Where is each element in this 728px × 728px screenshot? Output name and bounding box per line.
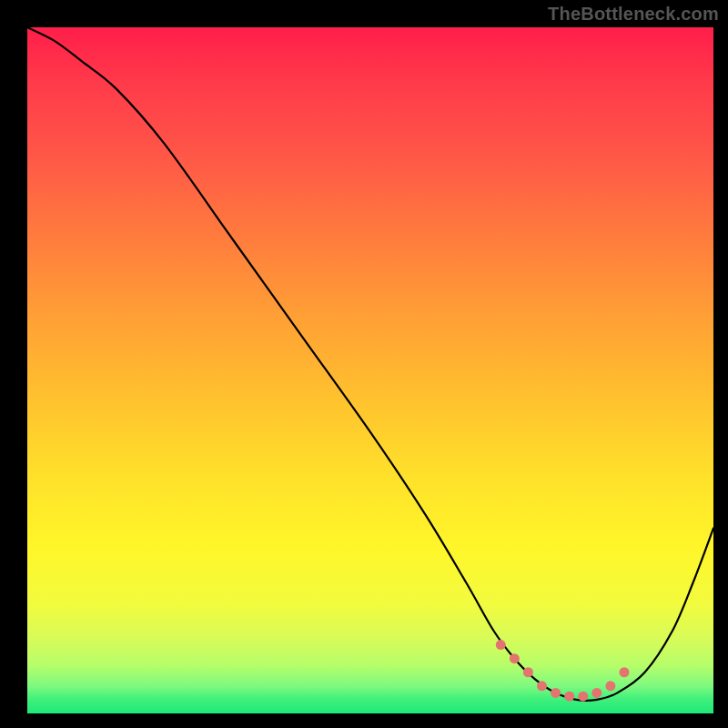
bottleneck-curve-line [27,27,713,701]
chart-plot-area [27,27,713,713]
watermark-text: TheBottleneck.com [548,4,719,25]
chart-bottom-band [27,697,713,713]
selected-range-markers [496,640,630,702]
marker-dot [537,681,547,691]
marker-dot [619,667,629,677]
marker-dot [605,681,615,691]
chart-svg-layer [27,27,713,713]
marker-dot [510,653,520,663]
marker-dot [523,667,533,677]
marker-dot [496,640,506,650]
